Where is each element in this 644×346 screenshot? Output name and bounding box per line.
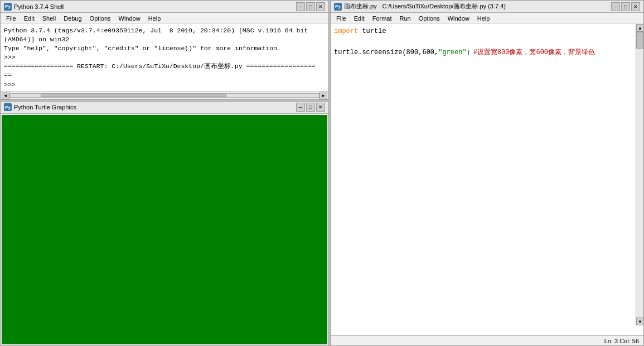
- editor-menubar: File Edit Format Run Options Window Help: [331, 13, 643, 24]
- shell-titlebar: Py Python 3.7.4 Shell ─ □ ✕: [1, 1, 328, 13]
- editor-maximize-btn[interactable]: □: [621, 2, 630, 11]
- shell-line5: ================== RESTART: C:/Users/SuT…: [4, 63, 316, 70]
- editor-content[interactable]: import turtle turtle.screensize(800,600,…: [331, 24, 643, 335]
- shell-line1: Python 3.7.4 (tags/v3.7.4:e09359112e, Ju…: [4, 27, 308, 34]
- editor-menu-run[interactable]: Run: [396, 15, 414, 22]
- editor-window: Py 画布坐标.py - C:/Users/SuTiXu/Desktop/画布坐…: [330, 0, 644, 346]
- editor-close-icon: ✕: [633, 4, 638, 9]
- arrow-right-icon: ►: [322, 93, 325, 98]
- shell-menu-debug[interactable]: Debug: [60, 15, 85, 22]
- shell-menu-window[interactable]: Window: [115, 15, 144, 22]
- shell-scrollbar-thumb[interactable]: [41, 94, 226, 97]
- shell-line3: Type "help", "copyright", "credits" or "…: [4, 45, 281, 52]
- editor-scroll-down-btn[interactable]: ▼: [636, 318, 644, 325]
- turtle-maximize-btn[interactable]: □: [306, 103, 315, 112]
- editor-line3: turtle.screensize(800,600,"green"）#设置宽80…: [334, 49, 595, 56]
- shell-scrollbar-area: ◄ ►: [1, 92, 328, 99]
- shell-line2: (AMD64)] on win32: [4, 36, 69, 43]
- turtle-title: Python Turtle Graphics: [14, 104, 76, 110]
- turtle-minimize-icon: ─: [299, 104, 302, 110]
- titlebar-left: Py Python 3.7.4 Shell: [4, 3, 64, 11]
- scroll-up-icon: ▲: [639, 26, 642, 31]
- editor-maximize-icon: □: [624, 4, 627, 9]
- shell-line6: ==: [4, 71, 12, 79]
- turtle-close-btn[interactable]: ✕: [316, 103, 325, 112]
- close-icon: ✕: [318, 4, 323, 9]
- shell-menu-options[interactable]: Options: [86, 15, 114, 22]
- editor-status-bar: Ln: 3 Col: 56: [331, 335, 643, 345]
- python-icon: Py: [4, 3, 12, 11]
- editor-close-btn[interactable]: ✕: [631, 2, 640, 11]
- editor-python-icon: Py: [334, 3, 342, 11]
- scroll-left-arrow[interactable]: ◄: [2, 92, 9, 99]
- editor-titlebar-controls: ─ □ ✕: [611, 2, 640, 11]
- turtle-titlebar-left: Py Python Turtle Graphics: [4, 103, 76, 111]
- turtle-minimize-btn[interactable]: ─: [296, 103, 305, 112]
- editor-container: import turtle turtle.screensize(800,600,…: [331, 24, 643, 335]
- editor-scroll-track[interactable]: [636, 32, 643, 318]
- shell-title: Python 3.7.4 Shell: [14, 3, 64, 10]
- shell-line4: >>>: [4, 54, 16, 61]
- maximize-icon: □: [309, 4, 312, 9]
- editor-scroll-thumb[interactable]: [636, 32, 643, 49]
- shell-menu-edit[interactable]: Edit: [21, 15, 38, 22]
- turtle-python-icon: Py: [4, 103, 12, 111]
- shell-menubar: File Edit Shell Debug Options Window Hel…: [1, 13, 328, 24]
- left-panel: Py Python 3.7.4 Shell ─ □ ✕ File Edit Sh…: [0, 0, 329, 346]
- editor-vertical-scrollbar: ▲ ▼: [636, 24, 643, 325]
- turtle-close-icon: ✕: [318, 104, 323, 110]
- editor-menu-options[interactable]: Options: [415, 15, 443, 22]
- shell-content[interactable]: Python 3.7.4 (tags/v3.7.4:e09359112e, Ju…: [1, 24, 328, 92]
- editor-menu-window[interactable]: Window: [444, 15, 473, 22]
- shell-scrollbar-track[interactable]: [9, 93, 319, 98]
- turtle-canvas: [2, 115, 327, 344]
- minimize-icon: ─: [299, 4, 302, 9]
- editor-minimize-btn[interactable]: ─: [611, 2, 620, 11]
- shell-window: Py Python 3.7.4 Shell ─ □ ✕ File Edit Sh…: [0, 0, 329, 100]
- shell-close-btn[interactable]: ✕: [316, 2, 325, 11]
- editor-titlebar: Py 画布坐标.py - C:/Users/SuTiXu/Desktop/画布坐…: [331, 1, 643, 13]
- turtle-maximize-icon: □: [309, 104, 312, 110]
- editor-title: 画布坐标.py - C:/Users/SuTiXu/Desktop/画布坐标.p…: [344, 2, 506, 11]
- shell-line7: >>>: [4, 81, 20, 88]
- editor-line1: import turtle: [334, 27, 386, 35]
- editor-status-text: Ln: 3 Col: 56: [604, 338, 639, 344]
- shell-menu-shell[interactable]: Shell: [39, 15, 59, 22]
- turtle-window: Py Python Turtle Graphics ─ □ ✕: [0, 101, 329, 346]
- editor-scroll-up-btn[interactable]: ▲: [636, 24, 644, 32]
- arrow-left-icon: ◄: [4, 93, 7, 98]
- scroll-down-icon: ▼: [639, 319, 642, 324]
- shell-menu-file[interactable]: File: [3, 15, 20, 22]
- shell-maximize-btn[interactable]: □: [306, 2, 315, 11]
- turtle-titlebar-controls: ─ □ ✕: [296, 103, 325, 112]
- editor-menu-edit[interactable]: Edit: [351, 15, 368, 22]
- editor-minimize-icon: ─: [614, 4, 617, 9]
- shell-menu-help[interactable]: Help: [145, 15, 164, 22]
- turtle-titlebar: Py Python Turtle Graphics ─ □ ✕: [1, 102, 328, 114]
- shell-minimize-btn[interactable]: ─: [296, 2, 305, 11]
- editor-menu-file[interactable]: File: [333, 15, 350, 22]
- scroll-right-arrow[interactable]: ►: [319, 92, 327, 99]
- editor-menu-help[interactable]: Help: [474, 15, 493, 22]
- editor-menu-format[interactable]: Format: [369, 15, 395, 22]
- editor-titlebar-left: Py 画布坐标.py - C:/Users/SuTiXu/Desktop/画布坐…: [334, 2, 506, 11]
- shell-titlebar-controls: ─ □ ✕: [296, 2, 325, 11]
